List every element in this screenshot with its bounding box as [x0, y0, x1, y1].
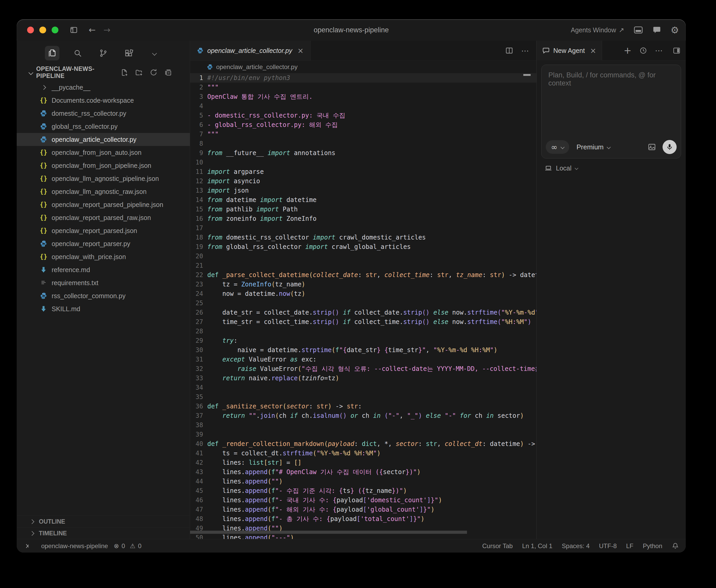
refresh-icon[interactable]: [150, 68, 158, 76]
file-row[interactable]: reference.md: [17, 263, 190, 276]
code-line[interactable]: 23 tz = ZoneInfo(tz_name): [190, 280, 536, 289]
file-row[interactable]: {}openclaw_report_parsed_raw.json: [17, 211, 190, 224]
voice-mic-button[interactable]: [662, 140, 677, 154]
code-line[interactable]: 16from zoneinfo import ZoneInfo: [190, 214, 536, 223]
outline-section[interactable]: OUTLINE: [17, 516, 190, 527]
notifications-bell-icon[interactable]: [672, 542, 679, 550]
tab-new-agent[interactable]: New Agent ×: [537, 41, 602, 61]
breadcrumb[interactable]: openclaw_article_collector.py: [190, 61, 536, 73]
remote-indicator-icon[interactable]: [23, 542, 31, 550]
file-row[interactable]: global_rss_collector.py: [17, 120, 190, 133]
status-item[interactable]: Spaces: 4: [562, 542, 590, 550]
code-line[interactable]: 10: [190, 158, 536, 167]
chat-icon[interactable]: [652, 26, 661, 34]
code-line[interactable]: 4: [190, 101, 536, 111]
code-line[interactable]: 2""": [190, 83, 536, 92]
code-line[interactable]: 33 return naive.replace(tzinfo=tz): [190, 374, 536, 383]
code-line[interactable]: 42 lines: list[str] = []: [190, 458, 536, 467]
code-line[interactable]: 18from domestic_rss_collector import cra…: [190, 233, 536, 242]
code-line[interactable]: 31 except ValueError as exc:: [190, 355, 536, 364]
panel-layout-icon[interactable]: [673, 47, 680, 55]
code-line[interactable]: 28: [190, 327, 536, 336]
code-line[interactable]: 17: [190, 223, 536, 233]
attach-image-icon[interactable]: [648, 143, 656, 151]
file-row[interactable]: SKILL.md: [17, 302, 190, 315]
close-window-button[interactable]: [27, 26, 34, 33]
file-row[interactable]: {}Documents.code-workspace: [17, 94, 190, 107]
code-editor[interactable]: 1#!/usr/bin/env python32"""3OpenClaw 통합 …: [190, 73, 536, 539]
code-line[interactable]: 38: [190, 420, 536, 430]
code-line[interactable]: 44 lines.append(""): [190, 477, 536, 486]
new-file-icon[interactable]: [121, 68, 128, 76]
explorer-section-header[interactable]: OPENCLAW-NEWS-PIPELINE: [17, 66, 190, 79]
close-tab-icon[interactable]: ×: [298, 46, 304, 55]
model-selector[interactable]: Premium: [576, 143, 610, 151]
toggle-sidebar-icon[interactable]: [69, 25, 78, 35]
code-line[interactable]: 50 lines.append("---"): [190, 533, 536, 539]
file-row[interactable]: domestic_rss_collector.py: [17, 107, 190, 120]
settings-gear-icon[interactable]: ⚙: [671, 25, 679, 36]
file-row[interactable]: requirements.txt: [17, 276, 190, 289]
code-line[interactable]: 37 return "".join(ch if ch.isalnum() or …: [190, 411, 536, 420]
file-row[interactable]: {}openclaw_with_price.json: [17, 250, 190, 263]
problems-indicator[interactable]: ⊗ 0 ⚠ 0: [114, 542, 141, 550]
code-line[interactable]: 24 now = datetime.now(tz): [190, 289, 536, 298]
status-item[interactable]: LF: [626, 542, 633, 550]
file-row[interactable]: openclaw_article_collector.py: [17, 133, 190, 146]
more-actions-icon[interactable]: ⋯: [521, 46, 529, 55]
code-line[interactable]: 43 lines.append(f"# OpenClaw 기사 수집 데이터 (…: [190, 467, 536, 477]
search-icon[interactable]: [70, 46, 85, 61]
status-item[interactable]: UTF-8: [599, 542, 617, 550]
status-item[interactable]: Cursor Tab: [483, 542, 513, 550]
code-line[interactable]: 46 lines.append(f"- 국내 기사 수: {payload['d…: [190, 496, 536, 505]
toggle-panel-icon[interactable]: [634, 26, 643, 34]
code-line[interactable]: 34: [190, 383, 536, 392]
code-line[interactable]: 47 lines.append(f"- 해외 기사 수: {payload['g…: [190, 505, 536, 514]
code-line[interactable]: 27 time_str = collect_time.strip() if co…: [190, 317, 536, 327]
close-agent-tab-icon[interactable]: ×: [590, 46, 596, 55]
tab-openclaw-article-collector[interactable]: openclaw_article_collector.py ×: [190, 41, 310, 61]
code-line[interactable]: 20: [190, 252, 536, 261]
code-line[interactable]: 35: [190, 392, 536, 402]
chat-input-card[interactable]: Plan, Build, / for commands, @ for conte…: [541, 65, 681, 159]
file-row[interactable]: {}openclaw_report_parsed.json: [17, 224, 190, 237]
code-line[interactable]: 26 date_str = collect_date.strip() if co…: [190, 308, 536, 317]
code-line[interactable]: 5- domestic_rss_collector.py: 국내 수집: [190, 111, 536, 120]
code-line[interactable]: 45 lines.append(f"- 수집 기준 시각: {ts} ({tz_…: [190, 486, 536, 496]
environment-selector[interactable]: Local: [545, 164, 686, 172]
more-options-icon[interactable]: ⋯: [655, 46, 663, 55]
forward-icon[interactable]: →: [103, 25, 110, 35]
code-line[interactable]: 13import json: [190, 186, 536, 195]
code-line[interactable]: 9from __future__ import annotations: [190, 148, 536, 158]
code-line[interactable]: 11import argparse: [190, 167, 536, 176]
code-line[interactable]: 21: [190, 261, 536, 270]
zoom-window-button[interactable]: [52, 26, 58, 33]
file-row[interactable]: openclaw_report_parser.py: [17, 237, 190, 250]
file-row[interactable]: {}openclaw_llm_agnostic_pipeline.json: [17, 172, 190, 185]
code-line[interactable]: 36def _sanitize_sector(sector: str) -> s…: [190, 402, 536, 411]
new-chat-plus-icon[interactable]: +: [624, 45, 632, 56]
code-line[interactable]: 8: [190, 139, 536, 148]
status-project-name[interactable]: openclaw-news-pipeline: [41, 542, 108, 550]
history-clock-icon[interactable]: [639, 47, 647, 55]
file-row[interactable]: {}openclaw_report_parsed_pipeline.json: [17, 198, 190, 211]
horizontal-scrollbar[interactable]: [190, 531, 467, 534]
code-line[interactable]: 30 naive = datetime.strptime(f"{date_str…: [190, 345, 536, 355]
file-row[interactable]: rss_collector_common.py: [17, 289, 190, 302]
collapse-all-icon[interactable]: [164, 68, 172, 76]
code-line[interactable]: 39: [190, 430, 536, 439]
source-control-icon[interactable]: [96, 46, 110, 61]
more-views-chevron-icon[interactable]: [147, 46, 162, 61]
code-line[interactable]: 6- global_rss_collector.py: 해외 수집: [190, 120, 536, 129]
file-row[interactable]: {}openclaw_llm_agnostic_raw.json: [17, 185, 190, 198]
code-line[interactable]: 15from pathlib import Path: [190, 205, 536, 214]
code-line[interactable]: 14from datetime import datetime: [190, 195, 536, 205]
code-line[interactable]: 40def _render_collection_markdown(payloa…: [190, 439, 536, 448]
file-row[interactable]: __pycache__: [17, 81, 190, 94]
file-row[interactable]: {}openclaw_from_json_auto.json: [17, 146, 190, 159]
minimize-window-button[interactable]: [39, 26, 46, 33]
code-line[interactable]: 19from global_rss_collector import crawl…: [190, 242, 536, 252]
code-line[interactable]: 32 raise ValueError("수집 시각 형식 오류: --coll…: [190, 364, 536, 374]
back-icon[interactable]: ←: [89, 25, 96, 35]
code-line[interactable]: 25: [190, 298, 536, 308]
